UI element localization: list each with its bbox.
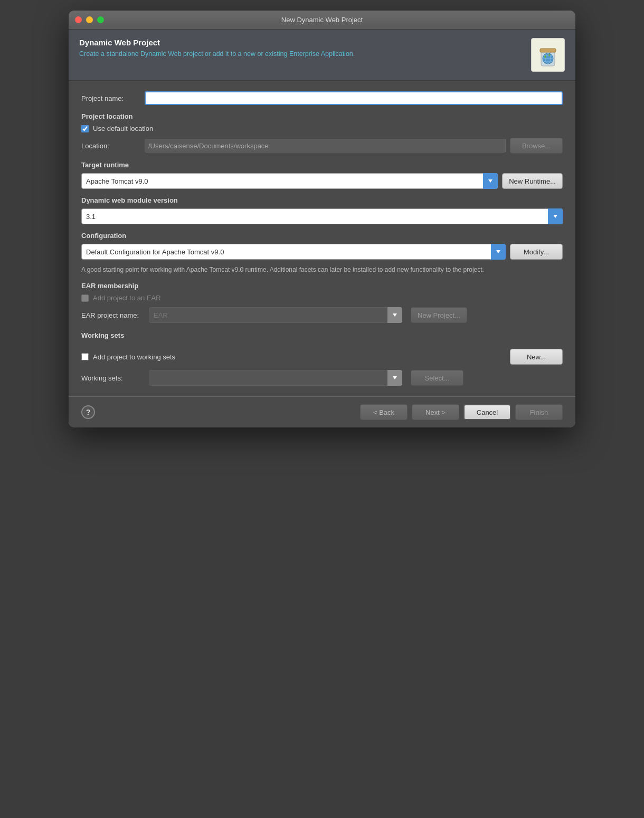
working-sets-section-label: Working sets [81, 331, 563, 339]
dialog-header: Dynamic Web Project Create a standalone … [69, 30, 575, 81]
window-controls [75, 16, 104, 23]
dialog-body: Project name: Project location Use defau… [69, 81, 575, 396]
ear-membership-section-label: EAR membership [81, 282, 563, 290]
configuration-description: A good starting point for working with A… [81, 265, 563, 274]
title-bar: New Dynamic Web Project [69, 11, 575, 30]
project-name-row: Project name: [81, 91, 563, 105]
target-runtime-section-label: Target runtime [81, 161, 563, 169]
header-title: Dynamic Web Project [79, 38, 355, 47]
ear-project-name-row: EAR project name: EAR New Project... [81, 307, 563, 323]
project-location-section-label: Project location [81, 112, 563, 120]
configuration-section-label: Configuration [81, 232, 563, 240]
add-to-ear-checkbox[interactable] [81, 294, 89, 302]
new-working-set-button[interactable]: New... [510, 349, 563, 365]
footer-buttons: < Back Next > Cancel Finish [360, 404, 563, 420]
back-button[interactable]: < Back [360, 404, 408, 420]
maximize-button[interactable] [97, 16, 104, 23]
use-default-location-label: Use default location [93, 125, 153, 132]
new-project-button: New Project... [411, 307, 467, 323]
world-jar-icon [535, 42, 561, 68]
new-runtime-button[interactable]: New Runtime... [502, 173, 563, 189]
window-title: New Dynamic Web Project [281, 16, 363, 24]
use-default-location-row: Use default location [81, 125, 563, 132]
project-name-label: Project name: [81, 94, 139, 102]
add-to-working-sets-label: Add project to working sets [93, 353, 175, 361]
minimize-button[interactable] [86, 16, 93, 23]
ear-project-name-label: EAR project name: [81, 311, 139, 319]
use-default-location-checkbox[interactable] [81, 125, 89, 132]
browse-button: Browse... [510, 138, 563, 154]
working-sets-select-row: Working sets: Select... [81, 370, 563, 386]
dynamic-web-module-section-label: Dynamic web module version [81, 196, 563, 204]
configuration-row: Default Configuration for Apache Tomcat … [81, 244, 563, 260]
add-to-ear-row: Add project to an EAR [81, 294, 563, 302]
working-sets-checkbox-row: Add project to working sets New... [81, 349, 563, 365]
add-to-ear-label: Add project to an EAR [93, 294, 161, 302]
select-button: Select... [411, 370, 463, 386]
dynamic-web-module-row: 3.1 [81, 208, 563, 224]
working-sets-label: Working sets: [81, 374, 139, 382]
location-input [145, 139, 506, 153]
header-icon [531, 38, 565, 72]
project-name-input[interactable] [145, 91, 563, 105]
dialog-window: New Dynamic Web Project Dynamic Web Proj… [69, 11, 575, 427]
configuration-select[interactable]: Default Configuration for Apache Tomcat … [81, 244, 506, 260]
location-label: Location: [81, 142, 139, 150]
add-to-working-sets-check-group: Add project to working sets [81, 353, 175, 361]
header-description: Create a standalone Dynamic Web project … [79, 50, 355, 58]
dynamic-web-module-dropdown-container: 3.1 [81, 208, 563, 224]
working-sets-dropdown-container [149, 370, 402, 386]
close-button[interactable] [75, 16, 82, 23]
target-runtime-select[interactable]: Apache Tomcat v9.0 [81, 173, 498, 189]
target-runtime-dropdown-container: Apache Tomcat v9.0 [81, 173, 498, 189]
help-button[interactable]: ? [81, 405, 95, 419]
add-to-working-sets-checkbox[interactable] [81, 353, 89, 360]
working-sets-select [149, 370, 402, 386]
header-text-block: Dynamic Web Project Create a standalone … [79, 38, 355, 58]
dynamic-web-module-select[interactable]: 3.1 [81, 208, 563, 224]
svg-rect-1 [540, 49, 556, 52]
ear-project-name-dropdown-container: EAR [149, 307, 402, 323]
target-runtime-row: Apache Tomcat v9.0 New Runtime... [81, 173, 563, 189]
modify-button[interactable]: Modify... [510, 244, 563, 260]
dialog-footer: ? < Back Next > Cancel Finish [69, 396, 575, 427]
cancel-button[interactable]: Cancel [463, 404, 511, 420]
ear-project-name-select: EAR [149, 307, 402, 323]
configuration-dropdown-container: Default Configuration for Apache Tomcat … [81, 244, 506, 260]
footer-left: ? [81, 405, 95, 419]
location-row: Location: Browse... [81, 138, 563, 154]
finish-button: Finish [515, 404, 563, 420]
next-button[interactable]: Next > [412, 404, 459, 420]
